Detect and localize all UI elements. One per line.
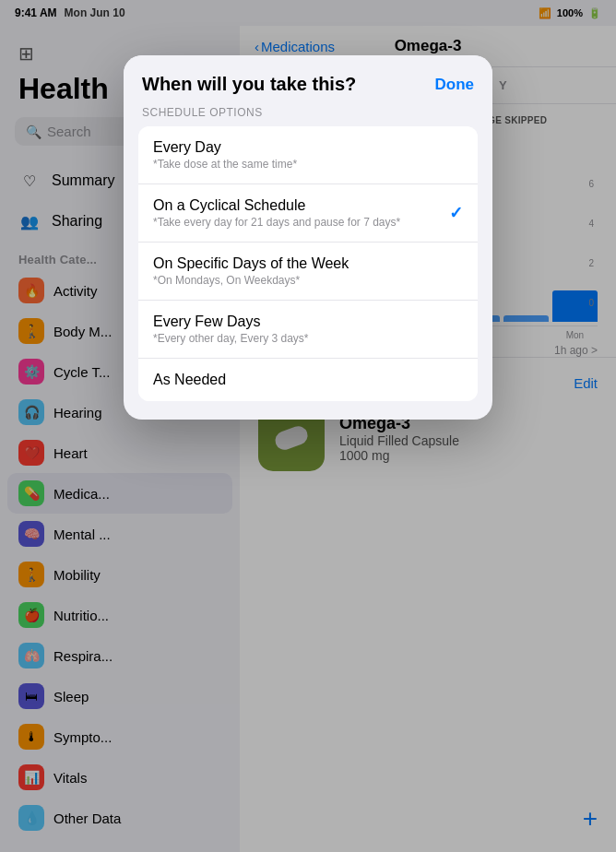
option-every-few-days-subtitle: *Every other day, Every 3 days* bbox=[153, 332, 309, 345]
option-cyclical-title: On a Cyclical Schedule bbox=[153, 197, 400, 214]
option-as-needed-title: As Needed bbox=[153, 372, 226, 388]
option-cyclical[interactable]: On a Cyclical Schedule *Take every day f… bbox=[138, 184, 478, 243]
option-as-needed[interactable]: As Needed bbox=[138, 359, 478, 401]
option-cyclical-subtitle: *Take every day for 21 days and pause fo… bbox=[153, 216, 400, 229]
option-every-day-content: Every Day *Take dose at the same time* bbox=[153, 139, 297, 171]
option-specific-days[interactable]: On Specific Days of the Week *On Mondays… bbox=[138, 243, 478, 301]
option-specific-days-title: On Specific Days of the Week bbox=[153, 255, 349, 272]
option-every-few-days-title: Every Few Days bbox=[153, 314, 309, 330]
option-cyclical-content: On a Cyclical Schedule *Take every day f… bbox=[153, 197, 400, 229]
check-icon: ✓ bbox=[449, 203, 463, 223]
option-as-needed-content: As Needed bbox=[153, 372, 226, 388]
modal-overlay: When will you take this? Done SCHEDULE O… bbox=[0, 0, 616, 852]
option-every-day[interactable]: Every Day *Take dose at the same time* bbox=[138, 126, 478, 184]
option-specific-days-content: On Specific Days of the Week *On Mondays… bbox=[153, 255, 349, 287]
modal-section-label: SCHEDULE OPTIONS bbox=[124, 106, 492, 126]
option-every-few-days-content: Every Few Days *Every other day, Every 3… bbox=[153, 314, 309, 345]
modal-done-button[interactable]: Done bbox=[435, 76, 475, 94]
modal-bottom-space bbox=[124, 401, 492, 420]
option-every-day-title: Every Day bbox=[153, 139, 297, 156]
modal-title: When will you take this? bbox=[142, 74, 356, 95]
modal-options: Every Day *Take dose at the same time* O… bbox=[138, 126, 478, 401]
option-every-few-days[interactable]: Every Few Days *Every other day, Every 3… bbox=[138, 301, 478, 359]
schedule-modal: When will you take this? Done SCHEDULE O… bbox=[124, 55, 492, 420]
option-specific-days-subtitle: *On Mondays, On Weekdays* bbox=[153, 274, 349, 287]
option-every-day-subtitle: *Take dose at the same time* bbox=[153, 158, 297, 171]
modal-header: When will you take this? Done bbox=[124, 55, 492, 106]
